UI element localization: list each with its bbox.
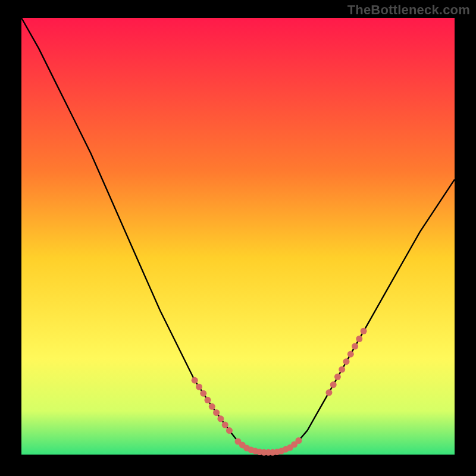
- svg-point-25: [330, 381, 337, 388]
- svg-point-24: [325, 389, 332, 396]
- svg-point-32: [361, 328, 367, 334]
- svg-point-2: [200, 390, 206, 397]
- svg-point-27: [339, 366, 345, 372]
- svg-point-1: [196, 384, 202, 390]
- watermark: TheBottleneck.com: [347, 2, 470, 18]
- svg-point-31: [356, 336, 362, 342]
- svg-point-7: [222, 422, 228, 428]
- svg-point-0: [192, 377, 198, 384]
- svg-point-30: [352, 343, 358, 350]
- svg-point-3: [205, 397, 211, 403]
- svg-point-28: [343, 358, 350, 365]
- svg-point-4: [209, 403, 215, 410]
- chart-svg: [0, 0, 476, 476]
- chart-frame: TheBottleneck.com: [0, 0, 476, 476]
- svg-point-8: [226, 427, 233, 434]
- svg-point-23: [295, 437, 302, 444]
- gradient-background: [21, 18, 455, 455]
- svg-point-5: [213, 409, 220, 416]
- svg-point-29: [347, 351, 354, 358]
- svg-point-26: [334, 374, 341, 380]
- svg-point-6: [217, 415, 224, 422]
